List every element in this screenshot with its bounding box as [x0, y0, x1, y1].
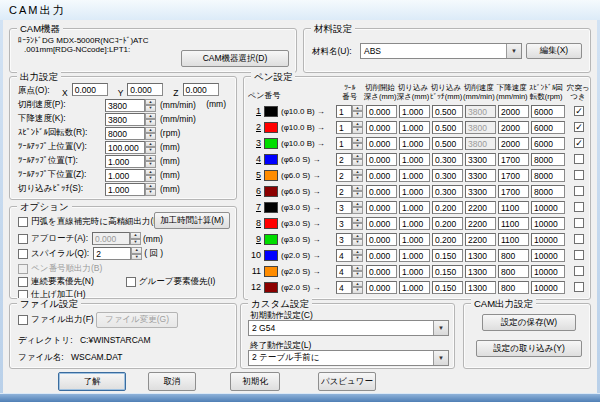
start-depth-input[interactable]: 0.000 [366, 169, 397, 182]
tool-number-input[interactable]: 3 [336, 217, 352, 230]
tool-number-input[interactable]: 4 [336, 281, 352, 294]
spin-down-button[interactable]: ▼ [130, 239, 141, 246]
start-depth-input[interactable]: 0.000 [366, 185, 397, 198]
spinner-control[interactable]: ▲▼ [352, 153, 363, 166]
down-speed-input[interactable]: 2000 [498, 137, 529, 150]
spindle-rpm-input[interactable]: 10000 [531, 265, 565, 278]
pen-number-link[interactable]: 5 [248, 170, 261, 180]
machining-time-calc-button[interactable]: 加工時間計算(M) [154, 212, 230, 229]
spindle-rpm-input[interactable]: 6000 [531, 137, 565, 150]
down-speed-input[interactable]: 1100 [498, 217, 529, 230]
file-output-checkbox[interactable] [18, 315, 28, 325]
cut-depth-input[interactable]: 1.000 [399, 185, 430, 198]
cut-pitch-input[interactable]: 0.300 [432, 185, 463, 198]
spindle-rpm-input[interactable]: 10000 [531, 233, 565, 246]
load-settings-button[interactable]: 設定の取り込み(Y) [476, 340, 582, 357]
spindle-rpm-input[interactable]: 6000 [531, 105, 565, 118]
cut-pitch-input[interactable]: 0.200 [432, 201, 463, 214]
down-speed-input[interactable]: 2000 [498, 121, 529, 134]
save-settings-button[interactable]: 設定の保存(W) [482, 314, 576, 331]
cut-pitch-input[interactable]: 0.150 [432, 249, 463, 262]
peck-checkbox[interactable]: ✓ [574, 106, 584, 116]
spinner-control[interactable]: ▲▼ [145, 141, 156, 154]
approach-input[interactable]: 0.000 [92, 232, 130, 245]
pen-number-link[interactable]: 7 [248, 202, 261, 212]
chevron-down-icon[interactable]: ▼ [506, 44, 521, 58]
spinner-control[interactable]: ▲▼ [145, 113, 156, 126]
chevron-down-icon[interactable]: ▼ [433, 321, 448, 335]
spin-down-button[interactable]: ▼ [145, 161, 156, 168]
origin-input[interactable]: 0.000 [127, 83, 163, 96]
cam-device-select-button[interactable]: CAM機器選択(D) [181, 50, 289, 67]
start-depth-input[interactable]: 0.000 [366, 201, 397, 214]
cut-depth-input[interactable]: 1.000 [399, 137, 430, 150]
peck-checkbox[interactable] [574, 202, 584, 212]
tool-number-input[interactable]: 1 [336, 137, 352, 150]
cut-depth-input[interactable]: 1.000 [399, 105, 430, 118]
cut-pitch-input[interactable]: 0.200 [432, 233, 463, 246]
spinner-control[interactable]: ▲▼ [352, 217, 363, 230]
arc-output-checkbox[interactable] [18, 217, 28, 227]
pen-number-link[interactable]: 4 [248, 154, 261, 164]
initial-action-select[interactable]: 2 G54 ▼ [248, 320, 449, 336]
cut-speed-input[interactable]: 3300 [465, 185, 496, 198]
spindle-rpm-input[interactable]: 10000 [531, 201, 565, 214]
pen-number-link[interactable]: 11 [248, 266, 261, 276]
spindle-rpm-input[interactable]: 10000 [531, 281, 565, 294]
spin-down-button[interactable]: ▼ [352, 191, 363, 198]
start-depth-input[interactable]: 0.000 [366, 233, 397, 246]
spin-down-button[interactable]: ▼ [352, 255, 363, 262]
spindle-rpm-input[interactable]: 8000 [531, 169, 565, 182]
spin-down-button[interactable]: ▼ [352, 159, 363, 166]
spinner-control[interactable]: ▲▼ [145, 155, 156, 168]
origin-input[interactable]: 0.000 [183, 83, 219, 96]
down-speed-input[interactable]: 1100 [498, 233, 529, 246]
numeric-input[interactable]: 1.000 [105, 155, 145, 168]
down-speed-input[interactable]: 1100 [498, 201, 529, 214]
spindle-rpm-input[interactable]: 8000 [531, 185, 565, 198]
cut-pitch-input[interactable]: 0.150 [432, 265, 463, 278]
pen-number-link[interactable]: 3 [248, 138, 261, 148]
approach-spinner[interactable]: ▲▼ [130, 232, 141, 245]
pen-number-link[interactable]: 9 [248, 234, 261, 244]
spin-down-button[interactable]: ▼ [352, 223, 363, 230]
spin-down-button[interactable]: ▼ [145, 133, 156, 140]
spin-down-button[interactable]: ▼ [352, 207, 363, 214]
initialize-button[interactable]: 初期化 [230, 372, 280, 391]
cut-depth-input[interactable]: 1.000 [399, 121, 430, 134]
approach-checkbox[interactable] [18, 234, 28, 244]
spin-down-button[interactable]: ▼ [145, 105, 156, 112]
spin-down-button[interactable]: ▼ [145, 175, 156, 182]
path-viewer-button[interactable]: パスビュワー [318, 372, 376, 391]
tool-number-input[interactable]: 1 [336, 105, 352, 118]
peck-checkbox[interactable] [574, 218, 584, 228]
spiral-input[interactable]: 2 [93, 247, 131, 260]
down-speed-input[interactable]: 800 [498, 281, 529, 294]
spin-down-button[interactable]: ▼ [145, 189, 156, 196]
cut-pitch-input[interactable]: 0.150 [432, 281, 463, 294]
spindle-rpm-input[interactable]: 8000 [531, 153, 565, 166]
cut-pitch-input[interactable]: 0.200 [432, 217, 463, 230]
end-action-select[interactable]: 2 テーブル手前に ▼ [248, 350, 449, 366]
start-depth-input[interactable]: 0.000 [366, 121, 397, 134]
spindle-rpm-input[interactable]: 10000 [531, 217, 565, 230]
spinner-control[interactable]: ▲▼ [145, 169, 156, 182]
down-speed-input[interactable]: 800 [498, 249, 529, 262]
down-speed-input[interactable]: 1700 [498, 185, 529, 198]
tool-number-input[interactable]: 2 [336, 153, 352, 166]
numeric-input[interactable]: 1.000 [105, 169, 145, 182]
spin-down-button[interactable]: ▼ [145, 119, 156, 126]
title-bar[interactable]: CAM出力 [0, 0, 600, 20]
tool-number-input[interactable]: 2 [336, 185, 352, 198]
cut-speed-input[interactable]: 1300 [465, 265, 496, 278]
cut-depth-input[interactable]: 1.000 [399, 233, 430, 246]
peck-checkbox[interactable] [574, 250, 584, 260]
cut-pitch-input[interactable]: 0.500 [432, 137, 463, 150]
spiral-spinner[interactable]: ▲▼ [131, 247, 142, 260]
peck-checkbox[interactable] [574, 266, 584, 276]
cut-depth-input[interactable]: 1.000 [399, 153, 430, 166]
down-speed-input[interactable]: 1700 [498, 153, 529, 166]
pen-number-link[interactable]: 6 [248, 186, 261, 196]
spinner-control[interactable]: ▲▼ [352, 169, 363, 182]
pen-number-link[interactable]: 2 [248, 122, 261, 132]
